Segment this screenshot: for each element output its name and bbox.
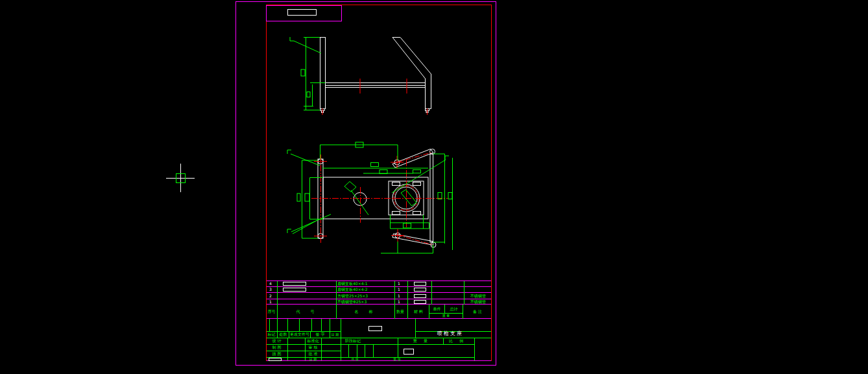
- tb-sign-label: 签 字: [311, 332, 330, 336]
- bom-header-seq: 序号: [265, 310, 278, 314]
- bom-row-name: 扁钢支板40×4-2: [337, 288, 367, 292]
- bom-header-weight: 重 量: [430, 314, 462, 318]
- tb-stage-label: 阶段标记: [342, 339, 364, 343]
- side-view-drawing: [290, 37, 431, 115]
- bom-header-unit: 单件: [430, 307, 444, 311]
- tb-count-label: 处数: [278, 332, 289, 336]
- tb-approve-label: 批 准: [303, 352, 323, 356]
- tb-mark-label: 标记: [265, 332, 278, 336]
- tb-draft-label: 制 图: [267, 345, 286, 349]
- bom-row-qty: 1: [395, 288, 403, 292]
- bom-row-name: 不锈钢管Φ25×3: [337, 300, 367, 304]
- tb-check-label: 审 核: [303, 345, 323, 349]
- tb-design-label: 设 计: [267, 339, 286, 343]
- drawing-title: 喷枪支座: [420, 331, 480, 336]
- bom-row-remark: 不锈钢管: [464, 300, 492, 304]
- bom-row-name: 方钢管25×25×3: [337, 294, 368, 298]
- plan-view-drawing: [287, 142, 453, 253]
- bom-header-total: 总计: [446, 307, 462, 311]
- bom-row-seq: 1: [267, 300, 274, 304]
- drawing-sheet-graphics: [0, 0, 868, 374]
- bom-row-remark: 不锈钢管: [464, 294, 492, 298]
- tb-doc-label: 更改文件号: [289, 332, 310, 336]
- bom-row-qty: 1: [395, 300, 403, 304]
- bom-row-qty: 1: [395, 294, 403, 298]
- tb-trace-label: 描 图: [267, 352, 286, 356]
- bom-header-material: 材 料: [409, 310, 428, 314]
- bom-row-qty: 1: [395, 282, 403, 286]
- tb-date-label: 日 期: [330, 333, 341, 336]
- tb-scale-label: 比 例: [444, 339, 471, 343]
- tb-sheetno-label: 第 张: [384, 358, 410, 361]
- tb-sheets-label: 共 张: [343, 358, 367, 361]
- bom-row-seq: 4: [267, 282, 274, 286]
- bom-row-seq: 3: [267, 288, 274, 292]
- bom-header-qty: 数量: [393, 310, 407, 314]
- revision-strip: [267, 6, 342, 21]
- bom-row-name: 扁钢支板40×4-1: [337, 282, 367, 286]
- tb-weight-label: 重 量: [409, 339, 435, 343]
- bom-header-code: 代 号: [280, 310, 335, 314]
- tb-role-date-label: 日 期: [303, 358, 323, 361]
- bom-header-name: 名 称: [339, 310, 393, 314]
- crosshair-cursor: [166, 164, 195, 192]
- bom-row-seq: 2: [267, 294, 274, 298]
- tb-standard-label: 标准化: [303, 339, 323, 343]
- bom-header-remark: 备 注: [464, 310, 491, 314]
- cad-viewport[interactable]: 4 3 2 1 扁钢支板40×4-1 扁钢支板40×4-2 方钢管25×25×3…: [0, 0, 868, 374]
